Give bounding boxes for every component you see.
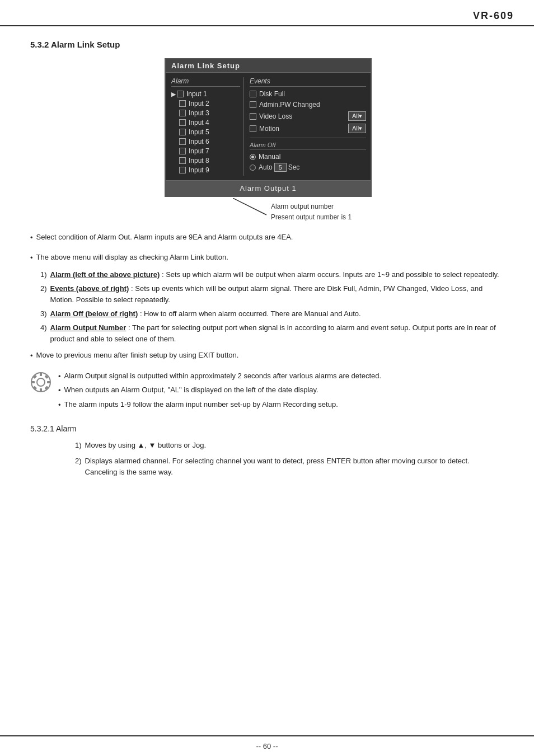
event-label-4: Motion [259, 125, 279, 133]
event-label-2: Admin.PW Changed [259, 101, 320, 109]
alarm-column: Alarm ▶Input 1Input 2Input 3Input 4Input… [166, 77, 244, 176]
alarm-output-bar: Alarm Output 1 [166, 180, 371, 196]
event-checkbox-2[interactable] [250, 101, 256, 108]
bullet-section-1: • Select condition of Alarm Out. Alarm i… [30, 232, 504, 243]
bullet-item-3: • Move to previous menu after finish set… [30, 350, 504, 361]
event-dropdown-3[interactable]: All▾ [348, 111, 366, 121]
alarm-input-label-6: Input 6 [189, 138, 209, 145]
numbered-item-4: 4)Alarm Output Number : The part for sel… [40, 322, 504, 345]
alarm-input-row-2: Input 2 [171, 100, 240, 107]
alarm-off-section: Alarm Off Manual Auto 5 Sec [250, 138, 366, 172]
alarm-input-label-4: Input 4 [189, 119, 209, 126]
alarm-input-row-7: Input 7 [171, 147, 240, 155]
bullet-item-1: • Select condition of Alarm Out. Alarm i… [30, 232, 504, 243]
event-label-1: Disk Full [259, 90, 285, 98]
svg-point-2 [37, 378, 45, 386]
event-dropdown-4[interactable]: All▾ [348, 124, 366, 133]
alarm-input-label-9: Input 9 [189, 166, 209, 174]
event-checkbox-3[interactable] [250, 113, 256, 120]
sub-item-text-1: Moves by using ▲, ▼ buttons or Jog. [85, 440, 207, 451]
sub-section-heading: 5.3.2.1 Alarm [30, 424, 504, 433]
alarm-checkbox-8[interactable] [179, 157, 186, 164]
alarm-input-row-5: Input 5 [171, 128, 240, 136]
note-item-3: •The alarm inputs 1-9 follow the alarm i… [58, 399, 504, 411]
sub-num-label-1: 1) [75, 440, 82, 451]
alarm-checkbox-9[interactable] [179, 167, 186, 173]
alarm-input-row-9: Input 9 [171, 166, 240, 174]
notes-list: •Alarm Output signal is outputted within… [58, 370, 504, 414]
note-dot-3: • [58, 400, 61, 411]
bullet-section-2: • The above menu will display as checkin… [30, 252, 504, 345]
numbered-item-text-1: Alarm (left of the above picture) : Sets… [50, 269, 499, 280]
numbered-item-3: 3)Alarm Off (below of right) : How to of… [40, 308, 504, 320]
bullet-dot-1: • [30, 232, 33, 243]
note-item-2: •When outputs an Alarm Output, "AL" is d… [58, 384, 504, 396]
event-checkbox-4[interactable] [250, 125, 256, 132]
event-label-3: Video Loss [259, 112, 292, 120]
event-row-3: Video LossAll▾ [250, 111, 366, 121]
bullet-dot-2: • [30, 252, 33, 264]
alarm-output-arrow [233, 198, 345, 220]
alarm-checkbox-1[interactable] [177, 91, 184, 97]
alarm-checkbox-6[interactable] [179, 138, 186, 145]
numbered-item-text-3: Alarm Off (below of right) : How to off … [50, 308, 361, 320]
alarm-input-label-1: Input 1 [186, 90, 207, 98]
bullet-item-2: • The above menu will display as checkin… [30, 252, 504, 264]
event-row-4: MotionAll▾ [250, 124, 366, 133]
numbered-item-bold-2: Events (above of right) [50, 284, 129, 293]
alarm-input-label-2: Input 2 [189, 100, 209, 107]
auto-sec-value[interactable]: 5 [274, 163, 287, 172]
manual-radio-row: Manual [250, 153, 366, 161]
alarm-link-box: Alarm Link Setup Alarm ▶Input 1Input 2In… [165, 58, 372, 197]
sub-numbered-item-2: 2)Displays alarmed channel. For selectin… [75, 456, 504, 478]
numbered-item-1: 1)Alarm (left of the above picture) : Se… [40, 269, 504, 280]
alarm-link-box-title: Alarm Link Setup [166, 59, 371, 73]
svg-rect-5 [31, 381, 35, 383]
alarm-checkbox-3[interactable] [179, 110, 186, 116]
bullet-text-3: Move to previous menu after finish setup… [36, 350, 504, 361]
numbered-item-bold-3: Alarm Off (below of right) [50, 309, 138, 318]
note-text-3: The alarm inputs 1-9 follow the alarm in… [64, 399, 338, 410]
bullet-text-2: The above menu will display as checking … [36, 252, 504, 263]
numbered-list: 1)Alarm (left of the above picture) : Se… [40, 269, 504, 345]
svg-rect-3 [40, 373, 42, 376]
alarm-link-setup-box: Alarm Link Setup Alarm ▶Input 1Input 2In… [97, 58, 305, 197]
manual-label: Manual [259, 153, 280, 161]
section-heading: 5.3.2 Alarm Link Setup [30, 40, 504, 49]
event-row-2: Admin.PW Changed [250, 101, 366, 109]
manual-radio[interactable] [250, 154, 256, 160]
num-label-4: 4) [40, 322, 47, 334]
auto-radio[interactable] [250, 165, 256, 171]
sub-numbered-item-1: 1)Moves by using ▲, ▼ buttons or Jog. [75, 440, 504, 451]
sub-numbered-list: 1)Moves by using ▲, ▼ buttons or Jog.2)D… [75, 440, 504, 478]
bullet-dot-3: • [30, 350, 33, 361]
alarm-input-row-3: Input 3 [171, 109, 240, 117]
alarm-checkbox-7[interactable] [179, 148, 186, 154]
note-item-1: •Alarm Output signal is outputted within… [58, 370, 504, 382]
svg-line-0 [233, 198, 266, 215]
note-box: •Alarm Output signal is outputted within… [30, 370, 504, 414]
numbered-item-2: 2)Events (above of right) : Sets up even… [40, 283, 504, 306]
alarm-input-label-7: Input 7 [189, 147, 209, 155]
alarm-checkbox-4[interactable] [179, 119, 186, 126]
alarm-input-label-5: Input 5 [189, 128, 209, 136]
events-list: Disk FullAdmin.PW ChangedVideo LossAll▾M… [250, 90, 366, 133]
auto-radio-row: Auto 5 Sec [250, 163, 366, 172]
alarm-checkbox-5[interactable] [179, 129, 186, 135]
alarm-input-label-8: Input 8 [189, 157, 209, 165]
alarm-input-label-3: Input 3 [189, 109, 209, 117]
alarm-inputs-list: ▶Input 1Input 2Input 3Input 4Input 5Inpu… [171, 90, 240, 174]
num-label-2: 2) [40, 283, 47, 294]
header-title: VR-609 [473, 10, 514, 22]
alarm-off-label: Alarm Off [250, 142, 366, 150]
num-label-1: 1) [40, 269, 47, 280]
svg-rect-6 [47, 381, 50, 383]
note-dot-2: • [58, 385, 61, 396]
alarm-checkbox-2[interactable] [179, 100, 186, 107]
event-checkbox-1[interactable] [250, 91, 256, 97]
numbered-item-text-2: Events (above of right) : Sets up events… [50, 283, 504, 306]
footer: -- 60 -- [0, 735, 534, 756]
events-column: Events Disk FullAdmin.PW ChangedVideo Lo… [244, 77, 371, 176]
num-label-3: 3) [40, 308, 47, 320]
numbered-item-bold-1: Alarm (left of the above picture) [50, 270, 160, 279]
